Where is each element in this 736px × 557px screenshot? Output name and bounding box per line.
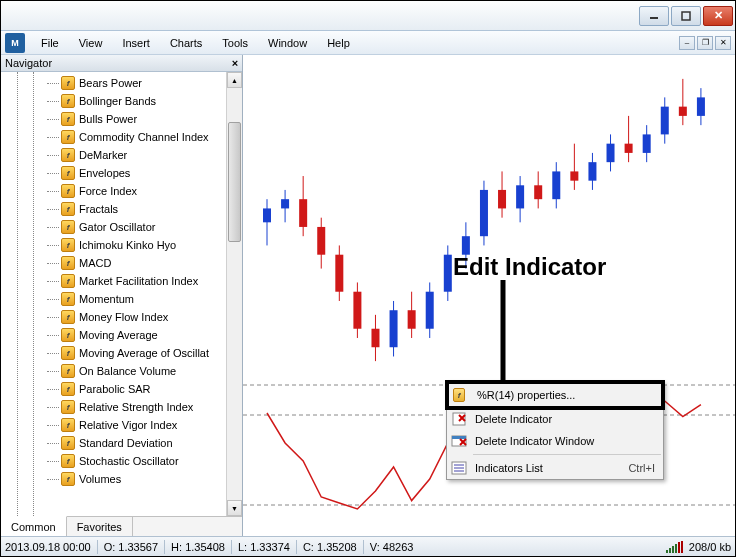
ctx-properties[interactable]: f %R(14) properties... [449,384,661,406]
indicator-label: Moving Average [79,329,158,341]
indicator-item[interactable]: fStochastic Oscillator [61,452,242,470]
indicator-item[interactable]: fMoving Average [61,326,242,344]
app-window: ✕ M File View Insert Charts Tools Window… [0,0,736,557]
indicator-item[interactable]: fMACD [61,254,242,272]
menu-insert[interactable]: Insert [112,33,160,53]
indicator-label: Fractals [79,203,118,215]
indicator-icon: f [61,256,75,270]
indicator-icon: f [61,148,75,162]
menu-file[interactable]: File [31,33,69,53]
properties-icon: f [453,387,469,403]
indicator-item[interactable]: fStandard Deviation [61,434,242,452]
indicator-icon: f [61,418,75,432]
indicator-item[interactable]: fParabolic SAR [61,380,242,398]
menu-help[interactable]: Help [317,33,360,53]
indicator-label: Parabolic SAR [79,383,151,395]
delete-window-icon [451,433,467,449]
tab-favorites[interactable]: Favorites [67,517,133,536]
indicator-item[interactable]: fGator Oscillator [61,218,242,236]
svg-rect-31 [516,185,524,208]
titlebar: ✕ [1,1,735,31]
menu-window[interactable]: Window [258,33,317,53]
scroll-down-button[interactable]: ▼ [227,500,242,516]
svg-rect-61 [452,436,466,439]
status-datetime: 2013.09.18 00:00 [5,541,91,553]
chart-area[interactable]: Edit Indicator f %R(14) properties... De… [243,55,735,536]
ctx-indicators-list[interactable]: Indicators List Ctrl+I [447,457,663,479]
navigator-tree[interactable]: fBears PowerfBollinger BandsfBulls Power… [1,72,242,516]
indicator-item[interactable]: fMoney Flow Index [61,308,242,326]
indicator-item[interactable]: fOn Balance Volume [61,362,242,380]
indicator-label: Money Flow Index [79,311,168,323]
indicator-icon: f [61,436,75,450]
ctx-delete-window[interactable]: Delete Indicator Window [447,430,663,452]
scroll-up-button[interactable]: ▲ [227,72,242,88]
indicator-item[interactable]: fFractals [61,200,242,218]
indicator-item[interactable]: fBollinger Bands [61,92,242,110]
indicator-label: Relative Vigor Index [79,419,177,431]
menu-charts[interactable]: Charts [160,33,212,53]
indicator-item[interactable]: fDeMarker [61,146,242,164]
indicator-icon: f [61,346,75,360]
indicator-item[interactable]: fMarket Facilitation Index [61,272,242,290]
indicator-label: Standard Deviation [79,437,173,449]
svg-rect-5 [281,199,289,208]
navigator-close-button[interactable]: × [228,57,242,69]
indicator-item[interactable]: fRelative Strength Index [61,398,242,416]
svg-rect-35 [552,171,560,199]
scrollbar[interactable]: ▲ ▼ [226,72,242,516]
indicator-label: Stochastic Oscillator [79,455,179,467]
indicator-item[interactable]: fIchimoku Kinko Hyo [61,236,242,254]
svg-rect-29 [498,190,506,209]
scroll-thumb[interactable] [228,122,241,242]
svg-rect-9 [317,227,325,255]
indicator-icon: f [61,238,75,252]
indicator-item[interactable]: fCommodity Channel Index [61,128,242,146]
indicator-item[interactable]: fVolumes [61,470,242,488]
indicator-icon: f [61,202,75,216]
indicator-label: Moving Average of Oscillat [79,347,209,359]
menu-tools[interactable]: Tools [212,33,258,53]
svg-rect-49 [679,107,687,116]
svg-rect-25 [462,236,470,255]
svg-rect-23 [444,255,452,292]
close-button[interactable]: ✕ [703,6,733,26]
svg-rect-51 [697,97,705,116]
context-menu: f %R(14) properties... Delete Indicator … [446,381,664,480]
svg-rect-39 [588,162,596,181]
indicator-label: Market Facilitation Index [79,275,198,287]
mdi-restore-button[interactable]: ❐ [697,36,713,50]
indicator-icon: f [61,310,75,324]
indicator-item[interactable]: fEnvelopes [61,164,242,182]
indicator-item[interactable]: fMoving Average of Oscillat [61,344,242,362]
indicator-label: Force Index [79,185,137,197]
indicator-label: Momentum [79,293,134,305]
delete-indicator-icon [451,411,467,427]
indicator-item[interactable]: fForce Index [61,182,242,200]
indicator-label: Bollinger Bands [79,95,156,107]
indicator-item[interactable]: fRelative Vigor Index [61,416,242,434]
indicator-icon: f [61,166,75,180]
menu-view[interactable]: View [69,33,113,53]
svg-rect-45 [643,134,651,153]
indicator-icon: f [61,292,75,306]
indicator-icon: f [61,454,75,468]
indicator-label: Bulls Power [79,113,137,125]
indicator-item[interactable]: fBulls Power [61,110,242,128]
minimize-button[interactable] [639,6,669,26]
tab-common[interactable]: Common [1,516,67,536]
indicator-item[interactable]: fMomentum [61,290,242,308]
mdi-minimize-button[interactable]: – [679,36,695,50]
indicators-list-icon [451,460,467,476]
indicator-icon: f [61,76,75,90]
mdi-close-button[interactable]: ✕ [715,36,731,50]
maximize-button[interactable] [671,6,701,26]
ctx-delete-indicator[interactable]: Delete Indicator [447,408,663,430]
indicator-label: DeMarker [79,149,127,161]
indicator-item[interactable]: fBears Power [61,74,242,92]
svg-rect-43 [625,144,633,153]
indicator-label: Gator Oscillator [79,221,155,233]
status-open: O: 1.33567 [104,541,158,553]
annotation-label: Edit Indicator [453,253,606,281]
menubar: M File View Insert Charts Tools Window H… [1,31,735,55]
